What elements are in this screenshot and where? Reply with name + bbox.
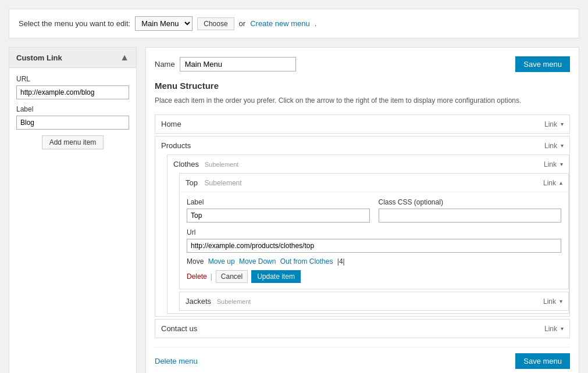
- top-url-label: Url: [187, 228, 561, 236]
- dot: .: [315, 19, 317, 28]
- or-text: or: [239, 19, 246, 28]
- bottom-bar: Delete menu Save menu: [155, 347, 570, 369]
- url-input[interactable]: [16, 85, 129, 99]
- products-arrow-icon[interactable]: [561, 142, 564, 149]
- home-arrow-icon[interactable]: [561, 121, 564, 127]
- top-url-input[interactable]: [187, 239, 561, 253]
- out-from-num: |4|: [337, 257, 345, 266]
- clothes-label: Clothes Subelement: [173, 160, 238, 168]
- top-css-input[interactable]: [379, 209, 562, 223]
- toggle-icon[interactable]: ▲: [120, 52, 129, 63]
- update-item-button[interactable]: Update item: [251, 270, 301, 283]
- delete-menu-link[interactable]: Delete menu: [155, 357, 198, 365]
- main-layout: Custom Link ▲ URL Label Add menu item: [9, 47, 579, 373]
- delete-link[interactable]: Delete: [187, 272, 207, 281]
- right-panel-header: Name Save menu: [155, 56, 570, 72]
- home-right: Link: [544, 120, 564, 128]
- jackets-type: Link: [543, 297, 556, 306]
- menu-item-products-header[interactable]: Products Link: [155, 137, 569, 155]
- menu-structure-panel: Name Save menu Menu Structure Place each…: [145, 47, 579, 373]
- top-subtype: Subelement: [205, 179, 242, 187]
- top-item-body: Label Class CSS (optional): [180, 192, 568, 289]
- contact-type: Link: [544, 325, 557, 333]
- name-label: Name: [155, 60, 175, 69]
- custom-link-panel: Custom Link ▲ URL Label Add menu item: [9, 47, 137, 373]
- menu-item-clothes-header[interactable]: Clothes Subelement Link: [168, 155, 569, 173]
- cancel-button[interactable]: Cancel: [216, 270, 248, 283]
- contact-right: Link: [544, 325, 564, 333]
- menu-item-top-header[interactable]: Top Subelement Link: [180, 174, 568, 192]
- label-row: Label: [16, 105, 129, 130]
- label-label: Label: [16, 105, 129, 113]
- menu-selector-bar: Select the menu you want to edit: Main M…: [9, 9, 579, 38]
- products-type: Link: [544, 142, 557, 150]
- move-down-link[interactable]: Move Down: [239, 257, 276, 266]
- top-arrow-icon[interactable]: [560, 180, 562, 186]
- label-field-group: Label: [187, 198, 370, 223]
- top-url-row: Url: [187, 228, 561, 253]
- menu-structure-desc: Place each item in the order you prefer.…: [155, 95, 570, 106]
- top-label-label: Label: [187, 198, 370, 206]
- clothes-type: Link: [544, 160, 557, 168]
- separator: |: [211, 272, 212, 281]
- out-from-clothes-link[interactable]: Out from Clothes: [280, 257, 333, 266]
- clothes-right: Link: [544, 160, 563, 168]
- top-sub-level: Top Subelement Link Label: [179, 173, 569, 311]
- action-row: Delete | Cancel Update item: [187, 270, 561, 283]
- move-up-link[interactable]: Move up: [208, 257, 235, 266]
- top-type: Link: [543, 179, 556, 187]
- create-new-menu-link[interactable]: Create new menu: [250, 19, 310, 28]
- label-css-row: Label Class CSS (optional): [187, 198, 561, 223]
- select-menu-label: Select the menu you want to edit:: [19, 19, 130, 28]
- contact-arrow-icon[interactable]: [561, 325, 564, 332]
- add-menu-item-button[interactable]: Add menu item: [42, 135, 104, 149]
- menu-item-contact-header[interactable]: Contact us Link: [155, 320, 569, 338]
- custom-link-body: URL Label Add menu item: [9, 68, 136, 156]
- url-label: URL: [16, 75, 129, 83]
- css-field-group: Class CSS (optional): [379, 198, 562, 223]
- jackets-subtype: Subelement: [217, 298, 251, 305]
- top-label-input[interactable]: [187, 209, 370, 223]
- url-row: URL: [16, 75, 129, 99]
- move-label: Move: [187, 257, 204, 266]
- custom-link-title: Custom Link: [16, 53, 62, 62]
- clothes-subtype: Subelement: [205, 161, 239, 168]
- top-label: Top Subelement: [186, 178, 242, 187]
- menu-item-jackets: Jackets Subelement Link: [179, 292, 569, 311]
- top-css-label: Class CSS (optional): [379, 198, 562, 206]
- save-menu-button-top[interactable]: Save menu: [515, 56, 570, 72]
- home-label: Home: [161, 120, 181, 128]
- menu-item-jackets-header[interactable]: Jackets Subelement Link: [180, 292, 568, 310]
- menu-item-home-header[interactable]: Home Link: [155, 115, 569, 133]
- contact-label: Contact us: [161, 324, 197, 333]
- top-right: Link: [543, 179, 562, 187]
- menu-item-products: Products Link Clothes Subelement Link: [155, 136, 570, 317]
- home-type: Link: [544, 120, 557, 128]
- menu-name-row: Name: [155, 57, 296, 71]
- menu-item-home: Home Link: [155, 114, 570, 134]
- menu-item-clothes: Clothes Subelement Link Top Subelement: [167, 155, 569, 314]
- choose-button[interactable]: Choose: [197, 17, 234, 30]
- label-input[interactable]: [16, 116, 129, 130]
- menu-item-contact-us: Contact us Link: [155, 319, 570, 338]
- menu-select[interactable]: Main Menu: [135, 16, 193, 31]
- jackets-arrow-icon[interactable]: [560, 298, 562, 304]
- save-menu-button-bottom[interactable]: Save menu: [515, 353, 570, 369]
- clothes-sub-level: Clothes Subelement Link Top Subelement: [167, 155, 569, 314]
- move-row: Move Move up Move Down Out from Clothes …: [187, 257, 561, 266]
- jackets-right: Link: [543, 297, 562, 306]
- products-right: Link: [544, 142, 564, 150]
- products-label: Products: [161, 141, 191, 150]
- jackets-label: Jackets Subelement: [186, 297, 251, 306]
- custom-link-header: Custom Link ▲: [9, 48, 136, 68]
- clothes-arrow-icon[interactable]: [560, 161, 563, 167]
- menu-name-input[interactable]: [180, 57, 296, 71]
- menu-item-top: Top Subelement Link Label: [179, 173, 569, 289]
- menu-structure-title: Menu Structure: [155, 81, 570, 91]
